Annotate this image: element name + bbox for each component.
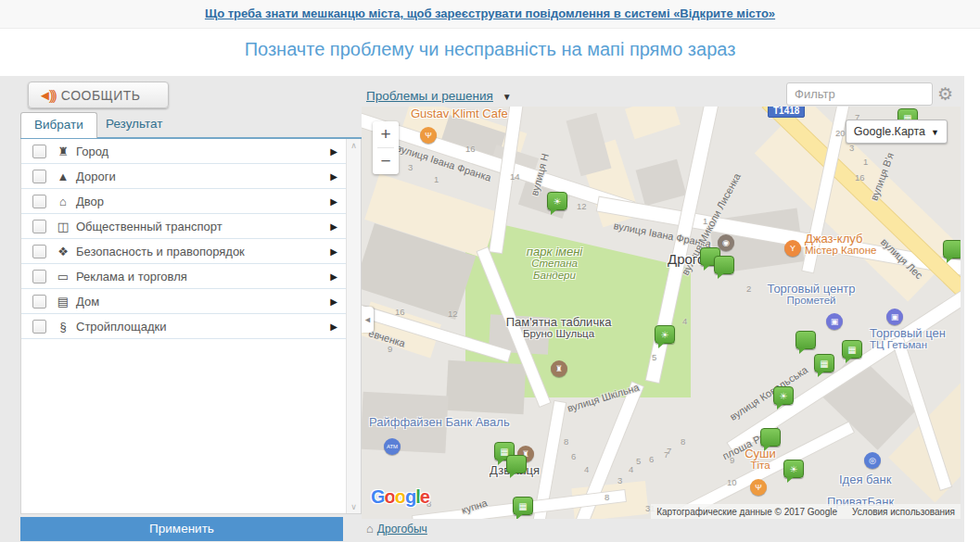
caret-down-icon: ▼ — [931, 128, 939, 137]
filter-input[interactable] — [786, 82, 933, 106]
restaurant-poi-icon[interactable]: Ψ — [420, 127, 437, 144]
map-attribution: Картографические данные © 2017 Google Ус… — [651, 504, 961, 519]
checkbox[interactable] — [32, 320, 46, 334]
checkbox[interactable] — [32, 245, 46, 258]
poi-label: Торговый ценТЦ Гетьман — [870, 327, 946, 351]
marker-tail — [787, 476, 795, 483]
marker-tail — [818, 371, 825, 377]
roads-icon: ▲ — [54, 170, 72, 183]
issue-marker-lamp[interactable]: ☀ — [783, 460, 804, 478]
report-button[interactable]: ◄))) СООБЩИТЬ — [28, 82, 169, 108]
issue-marker-lamp[interactable]: ☀ — [655, 325, 675, 344]
map-type-button[interactable]: Google.Карта▼ — [846, 120, 948, 144]
category-label: Город — [76, 145, 108, 158]
bank-poi-icon[interactable]: ◎ — [864, 452, 881, 469]
chevron-right-icon[interactable]: ▶ — [330, 146, 337, 157]
problems-dropdown[interactable]: Проблемы и решения ▼ — [366, 89, 512, 103]
issue-marker-plain[interactable] — [714, 256, 734, 274]
chevron-right-icon[interactable]: ▶ — [330, 196, 337, 207]
issue-marker-plain[interactable] — [506, 455, 527, 473]
issue-marker-lamp[interactable]: ☀ — [547, 192, 567, 210]
category-row[interactable]: ❖Безопасность и правопорядок▶ — [21, 239, 347, 264]
poi-label-line: Прометей — [732, 295, 890, 307]
bar-poi-icon[interactable]: Y — [784, 240, 801, 257]
house-number: 14 — [510, 171, 520, 182]
google-logo[interactable]: Google — [371, 486, 429, 508]
house-number: 9 — [730, 455, 734, 465]
poi-label: Пам'ятна табличкаБруно Шульца — [459, 316, 658, 340]
sidebar-collapse-handle[interactable]: ◄ — [362, 307, 374, 333]
chevron-right-icon[interactable]: ▶ — [330, 171, 337, 182]
google-logo-letter: o — [395, 486, 405, 507]
checkbox[interactable] — [32, 170, 46, 183]
panel-scrollbar[interactable]: ∧ ∨ — [346, 139, 361, 513]
camera-poi-icon[interactable]: ◉ — [718, 234, 734, 251]
category-list: ♜Город▶▲Дороги▶⌂Двор▶◫Общественный транс… — [21, 139, 361, 339]
checkbox[interactable] — [32, 195, 46, 208]
tab-rezultat[interactable]: Результат — [93, 112, 175, 135]
chevron-right-icon[interactable]: ▶ — [330, 321, 337, 332]
tab-vybraty[interactable]: Вибрати — [20, 112, 97, 138]
house-number: 1 — [703, 216, 707, 226]
checkbox[interactable] — [32, 145, 46, 158]
poi-label: Райффайзен Банк Аваль — [369, 416, 510, 428]
road-shield: Т1418 — [768, 107, 805, 118]
page-subtitle: Позначте проблему чи несправність на мап… — [0, 39, 980, 60]
marker-tail — [764, 445, 771, 451]
gear-icon[interactable]: ⚙ — [937, 83, 953, 105]
chevron-right-icon[interactable]: ▶ — [330, 221, 337, 232]
category-row[interactable]: ▭Реклама и торговля▶ — [21, 264, 347, 289]
google-logo-letter: o — [385, 486, 395, 507]
house-icon: ▤ — [54, 295, 72, 309]
monument-poi-icon[interactable]: ♜ — [551, 360, 567, 377]
house-number: 16 — [465, 144, 476, 154]
category-row[interactable]: §Стройплощадки▶ — [21, 314, 347, 339]
scroll-up-icon[interactable]: ∧ — [347, 141, 361, 150]
shopping-poi-icon[interactable]: ▣ — [826, 313, 843, 330]
category-row[interactable]: ▤Дом▶ — [21, 289, 347, 314]
issue-marker-lamp[interactable]: ☀ — [773, 386, 794, 405]
category-row[interactable]: ⌂Двор▶ — [21, 189, 347, 214]
zoom-in-button[interactable]: + — [373, 121, 399, 147]
issue-marker-building[interactable]: ▦ — [814, 354, 834, 372]
city-link[interactable]: Дрогобыч — [377, 523, 427, 536]
street-label: вулиця Ковальська — [728, 364, 809, 422]
chevron-right-icon[interactable]: ▶ — [330, 246, 337, 257]
info-link[interactable]: Що треба знати мешканцю міста, щоб зареє… — [205, 6, 775, 20]
terms-link[interactable]: Условия использования — [852, 507, 955, 517]
house-number: 16 — [855, 172, 865, 183]
poi-label-line: Містер Капоне — [805, 245, 876, 257]
issue-marker-plain[interactable] — [795, 331, 816, 349]
poi-label-line: Бруно Шульца — [459, 328, 658, 340]
google-logo-letter: g — [405, 486, 415, 507]
issue-marker-building[interactable]: ▦ — [513, 497, 533, 515]
poi-label-line: Суши — [737, 447, 783, 460]
category-row[interactable]: ◫Общественный транспорт▶ — [21, 214, 347, 239]
poi-label-line: Степана — [508, 258, 601, 270]
restaurant-poi-icon[interactable]: Ψ — [750, 479, 767, 496]
issue-marker-building[interactable]: ▦ — [842, 340, 862, 359]
scroll-down-icon[interactable]: ∨ — [347, 502, 361, 511]
issue-marker-plain[interactable] — [943, 240, 961, 258]
top-header-bar: Що треба знати мешканцю міста, щоб зареє… — [0, 0, 980, 29]
poi-label: Gustav Klimt Cafe — [411, 107, 508, 120]
zoom-out-button[interactable]: − — [373, 148, 399, 174]
chevron-right-icon[interactable]: ▶ — [330, 271, 337, 282]
checkbox[interactable] — [32, 270, 46, 284]
map-canvas[interactable]: + − Google.Карта▼ ◄ Google Картографичес… — [362, 107, 961, 519]
category-row[interactable]: ▲Дороги▶ — [21, 164, 347, 189]
house-number: 3 — [617, 475, 622, 485]
checkbox[interactable] — [32, 220, 46, 233]
checkbox[interactable] — [32, 295, 46, 309]
house-number: 12 — [577, 201, 587, 211]
safety-icon: ❖ — [54, 245, 72, 258]
poi-label-line: Торговый цен — [870, 327, 946, 339]
category-row[interactable]: ♜Город▶ — [21, 139, 347, 164]
poi-label-line: Джаз-клуб — [805, 233, 876, 245]
map-type-label: Google.Карта — [854, 125, 925, 138]
atm-poi-icon[interactable]: ATM — [384, 438, 401, 455]
shopping-poi-icon[interactable]: ▣ — [886, 309, 903, 325]
issue-marker-plain[interactable] — [760, 428, 781, 447]
chevron-right-icon[interactable]: ▶ — [330, 296, 337, 307]
apply-button[interactable]: Применить — [20, 517, 343, 541]
